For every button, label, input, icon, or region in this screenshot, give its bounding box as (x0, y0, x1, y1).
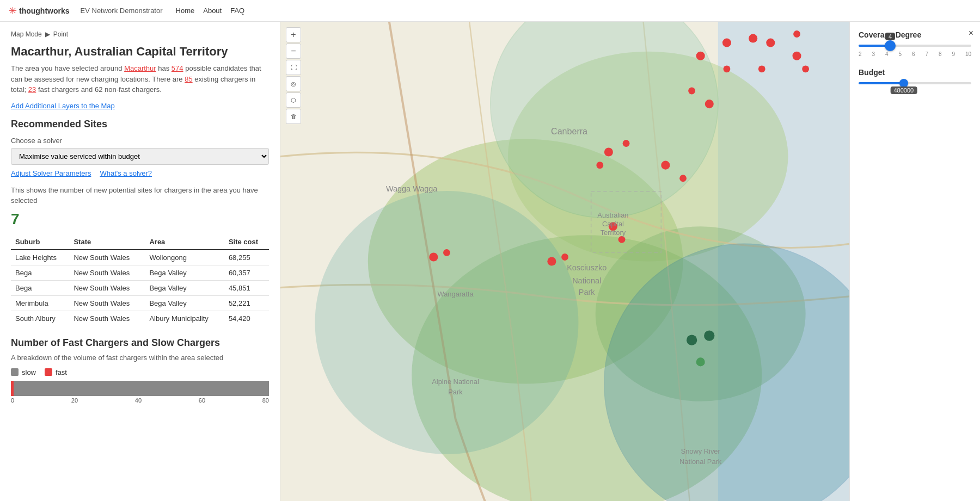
col-suburb: Suburb (11, 234, 69, 250)
svg-point-10 (793, 30, 800, 38)
locate-button[interactable]: ◎ (286, 76, 301, 91)
cell-2-3: 45,851 (224, 280, 269, 295)
location-link[interactable]: Macarthur (124, 64, 156, 72)
svg-point-27 (443, 249, 450, 256)
whats-solver-link[interactable]: What's a solver? (100, 169, 152, 177)
cell-4-2: Albury Municipality (145, 311, 224, 326)
coverage-circle-1 (315, 191, 578, 454)
zoom-in-button[interactable]: + (286, 27, 301, 42)
recommended-title: Recommended Sites (11, 119, 269, 130)
svg-point-20 (596, 162, 603, 169)
location-desc: The area you have selected around Macart… (11, 63, 269, 95)
svg-point-30 (696, 357, 705, 366)
cell-1-1: New South Wales (69, 265, 145, 280)
zoom-out-button[interactable]: − (286, 44, 301, 59)
budget-title: Budget (859, 68, 971, 77)
cell-0-3: 68,255 (224, 250, 269, 265)
cell-2-0: Bega (11, 280, 69, 295)
cell-3-0: Merimbula (11, 295, 69, 311)
legend-slow: slow (11, 368, 36, 376)
svg-text:Territory: Territory (601, 228, 626, 237)
cell-2-1: New South Wales (69, 280, 145, 295)
legend: slow fast (11, 368, 269, 376)
map-mode-arrow: ▶ (45, 30, 50, 38)
share-button[interactable]: ⬡ (286, 92, 301, 108)
solver-select[interactable]: Maximise value serviced within budget Ma… (11, 148, 269, 165)
logo-icon: ✳ (9, 5, 17, 17)
solver-links: Adjust Solver Parameters What's a solver… (11, 169, 269, 177)
table-row: BegaNew South WalesBega Valley45,851 (11, 280, 269, 295)
add-layers-link[interactable]: Add Additional Layers to the Map (11, 102, 269, 110)
bar-label-20: 20 (71, 397, 78, 404)
nav-faq[interactable]: FAQ (230, 7, 244, 15)
close-button[interactable]: × (969, 28, 973, 38)
adjust-solver-link[interactable]: Adjust Solver Parameters (11, 169, 91, 177)
cell-3-1: New South Wales (69, 295, 145, 311)
nav-home[interactable]: Home (176, 7, 195, 15)
svg-point-11 (723, 65, 730, 72)
svg-point-23 (623, 140, 630, 147)
cell-0-1: New South Wales (69, 250, 145, 265)
sites-desc: This shows the number of new potential s… (11, 185, 269, 206)
logo-text: thoughtworks (19, 7, 70, 15)
table-row: Lake HeightsNew South WalesWollongong68,… (11, 250, 269, 265)
desc-2: has (156, 64, 171, 72)
location-title: Macarthur, Australian Capital Territory (11, 45, 269, 59)
svg-text:Kosciuszko: Kosciuszko (567, 263, 607, 272)
cell-3-3: 52,221 (224, 295, 269, 311)
chargers-title: Number of Fast Chargers and Slow Charger… (11, 337, 269, 349)
sidebar: Map Mode ▶ Point Macarthur, Australian C… (0, 22, 280, 501)
svg-text:Park: Park (448, 388, 463, 396)
map-area[interactable]: Canberra Wagga Wagga Wangaratta Kosciusz… (280, 22, 849, 501)
svg-point-6 (696, 52, 705, 60)
fullscreen-button[interactable]: ⛶ (286, 60, 301, 75)
desc-1: The area you have selected around (11, 64, 124, 72)
chargers-desc: A breakdown of the volume of fast charge… (11, 354, 269, 362)
svg-text:Park: Park (579, 288, 595, 296)
svg-text:Canberra: Canberra (551, 126, 587, 136)
bar-chart: 0 20 40 60 80 (11, 381, 269, 404)
svg-text:Wagga Wagga: Wagga Wagga (386, 184, 438, 193)
map-mode-label: Map Mode (11, 30, 42, 38)
app-title: EV Network Demonstrator (81, 7, 163, 15)
svg-point-29 (704, 331, 714, 341)
col-cost: Site cost (224, 234, 269, 250)
svg-point-17 (661, 161, 670, 170)
cell-1-3: 60,357 (224, 265, 269, 280)
svg-text:Australian: Australian (597, 211, 628, 219)
cell-3-2: Bega Valley (145, 295, 224, 311)
svg-point-16 (705, 100, 714, 108)
fast-count: 23 (28, 85, 36, 94)
coverage-slider-container: 4 2 3 4 5 6 7 8 9 10 (859, 45, 971, 57)
cell-1-0: Bega (11, 265, 69, 280)
svg-point-18 (679, 175, 687, 182)
desc-5: fast chargers and 62 non-fast chargers. (36, 85, 162, 94)
solver-label: Choose a solver (11, 137, 269, 145)
sites-table: Suburb State Area Site cost Lake Heights… (11, 234, 269, 326)
svg-text:Wangaratta: Wangaratta (438, 290, 474, 298)
col-area: Area (145, 234, 224, 250)
cell-1-2: Bega Valley (145, 265, 224, 280)
logo: ✳ thoughtworks (9, 5, 70, 17)
svg-text:National: National (572, 276, 601, 285)
map-mode-row: Map Mode ▶ Point (11, 30, 269, 38)
table-row: MerimbulaNew South WalesBega Valley52,22… (11, 295, 269, 311)
header: ✳ thoughtworks EV Network Demonstrator H… (0, 0, 980, 22)
svg-point-24 (547, 257, 556, 265)
nav-about[interactable]: About (203, 7, 222, 15)
table-row: BegaNew South WalesBega Valley60,357 (11, 265, 269, 280)
slow-label: slow (22, 368, 36, 376)
slow-bar (14, 381, 269, 396)
delete-button[interactable]: 🗑 (286, 109, 301, 124)
fast-dot (45, 368, 52, 376)
svg-text:National Park: National Park (679, 457, 722, 466)
nav-links: Home About FAQ (176, 7, 245, 15)
bar-label-40: 40 (135, 397, 142, 404)
cell-4-1: New South Wales (69, 311, 145, 326)
slow-dot (11, 368, 19, 376)
svg-text:Alpine National: Alpine National (432, 378, 479, 386)
svg-point-7 (722, 39, 731, 47)
svg-point-15 (688, 88, 695, 95)
cell-0-2: Wollongong (145, 250, 224, 265)
candidates-count: 574 (171, 64, 183, 72)
